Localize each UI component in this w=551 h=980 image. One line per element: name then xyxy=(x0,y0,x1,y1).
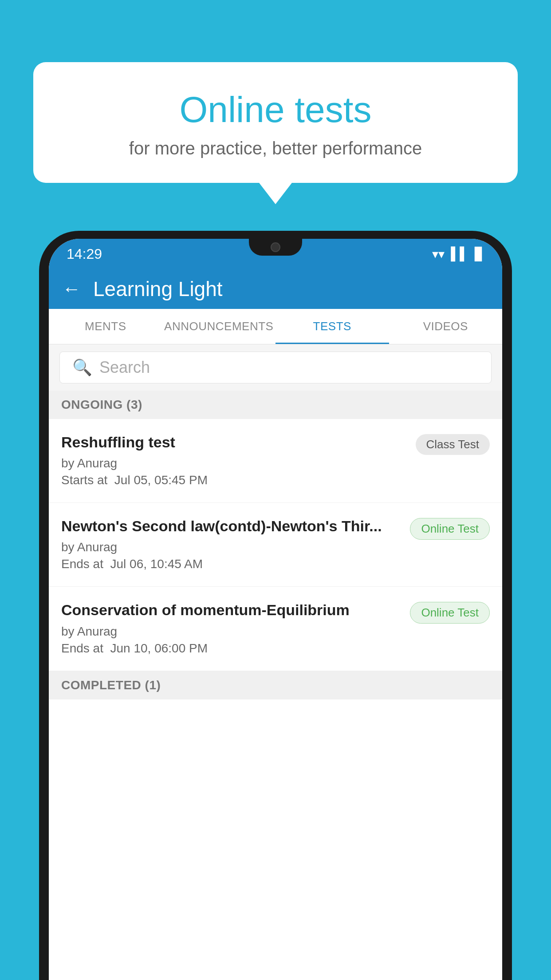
test-name: Conservation of momentum-Equilibrium xyxy=(61,600,401,620)
test-time: Starts at Jul 05, 05:45 PM xyxy=(61,473,407,487)
ongoing-section-header: ONGOING (3) xyxy=(49,391,502,419)
test-item[interactable]: Reshuffling test by Anurag Starts at Jul… xyxy=(49,419,502,503)
search-bar[interactable]: 🔍 Search xyxy=(59,352,492,383)
test-by: by Anurag xyxy=(61,456,407,470)
test-badge-class: Class Test xyxy=(416,434,490,455)
test-badge-online: Online Test xyxy=(410,518,490,540)
test-by: by Anurag xyxy=(61,540,401,554)
search-placeholder: Search xyxy=(99,358,150,377)
tab-announcements[interactable]: ANNOUNCEMENTS xyxy=(162,309,276,344)
test-time-label: Ends at xyxy=(61,641,103,655)
test-by: by Anurag xyxy=(61,624,401,639)
phone-screen: 14:29 ▾▾ ▌▌ ▊ ← Learning Light MENTS ANN… xyxy=(49,239,502,980)
test-time-value: Jun 10, 06:00 PM xyxy=(110,641,208,655)
bubble-title: Online tests xyxy=(55,89,496,130)
tab-bar: MENTS ANNOUNCEMENTS TESTS VIDEOS xyxy=(49,309,502,344)
status-bar: 14:29 ▾▾ ▌▌ ▊ xyxy=(49,239,502,269)
status-time: 14:29 xyxy=(67,246,102,262)
notch xyxy=(249,239,302,256)
test-time-value: Jul 06, 10:45 AM xyxy=(110,557,203,571)
wifi-icon: ▾▾ xyxy=(432,247,445,261)
app-header: ← Learning Light xyxy=(49,269,502,309)
test-item[interactable]: Conservation of momentum-Equilibrium by … xyxy=(49,587,502,671)
test-item[interactable]: Newton's Second law(contd)-Newton's Thir… xyxy=(49,503,502,587)
test-time-label: Starts at xyxy=(61,473,107,487)
test-badge-online-2: Online Test xyxy=(410,602,490,624)
back-button[interactable]: ← xyxy=(62,278,81,300)
test-list: Reshuffling test by Anurag Starts at Jul… xyxy=(49,419,502,980)
test-time-value: Jul 05, 05:45 PM xyxy=(114,473,208,487)
tab-tests[interactable]: TESTS xyxy=(276,309,389,344)
camera-icon xyxy=(271,242,280,252)
status-icons: ▾▾ ▌▌ ▊ xyxy=(432,247,484,261)
battery-icon: ▊ xyxy=(475,247,484,261)
test-time-label: Ends at xyxy=(61,557,103,571)
test-info: Conservation of momentum-Equilibrium by … xyxy=(61,600,410,658)
search-icon: 🔍 xyxy=(72,358,92,377)
speech-bubble: Online tests for more practice, better p… xyxy=(33,62,518,183)
signal-icon: ▌▌ xyxy=(451,247,468,261)
test-name: Reshuffling test xyxy=(61,432,407,452)
search-container: 🔍 Search xyxy=(49,344,502,391)
test-name: Newton's Second law(contd)-Newton's Thir… xyxy=(61,516,401,536)
tab-ments[interactable]: MENTS xyxy=(49,309,162,344)
app-title: Learning Light xyxy=(93,277,223,301)
test-info: Newton's Second law(contd)-Newton's Thir… xyxy=(61,516,410,574)
tab-videos[interactable]: VIDEOS xyxy=(389,309,503,344)
bubble-subtitle: for more practice, better performance xyxy=(55,138,496,158)
test-info: Reshuffling test by Anurag Starts at Jul… xyxy=(61,432,416,490)
test-time: Ends at Jul 06, 10:45 AM xyxy=(61,557,401,571)
phone-frame: 14:29 ▾▾ ▌▌ ▊ ← Learning Light MENTS ANN… xyxy=(39,231,512,980)
test-time: Ends at Jun 10, 06:00 PM xyxy=(61,641,401,656)
completed-section-header: COMPLETED (1) xyxy=(49,671,502,699)
